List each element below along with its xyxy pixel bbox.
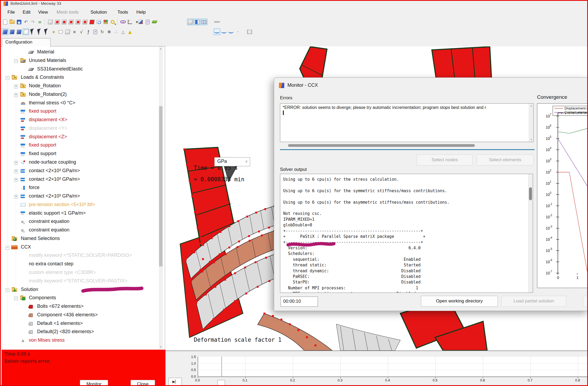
expand-icon[interactable]: + — [14, 170, 18, 173]
expand-icon[interactable]: + — [14, 178, 18, 182]
menu-tools[interactable]: Tools — [116, 9, 130, 16]
warn-tri-icon[interactable]: ▲ — [127, 29, 133, 35]
scroll-up-icon[interactable]: ▲ — [159, 46, 163, 51]
view-back-icon[interactable] — [61, 19, 67, 25]
stop-button-clipped[interactable] — [583, 296, 588, 307]
errors-hscrollbar-thumb[interactable] — [288, 144, 475, 147]
delete-icon[interactable]: × — [71, 29, 78, 35]
scroll-up-icon[interactable]: ▲ — [529, 104, 534, 108]
menu-file[interactable]: File — [6, 9, 16, 16]
expand-icon[interactable]: + — [14, 161, 18, 165]
close-button[interactable]: Close — [131, 380, 155, 386]
tree-item-node-rotation-2[interactable]: +Node_Rotation(2) — [2, 91, 159, 99]
undo-icon[interactable]: ↶ — [23, 19, 29, 25]
tree-item-bolts-672-elements[interactable]: Bolts <672 elements> — [2, 303, 159, 311]
formula-icon[interactable]: ƒ — [85, 29, 92, 35]
open-file-icon[interactable] — [9, 19, 15, 25]
menu-mesh-tools[interactable]: Mesh tools — [55, 9, 80, 16]
tree-item-von-mises-stress[interactable]: ▲von Mises stress — [2, 337, 159, 345]
collapse-icon[interactable]: − — [14, 59, 18, 63]
solver-scrollbar[interactable] — [528, 174, 533, 293]
solver-output-textbox[interactable]: Using up to 6 cpu(s) for the stress calc… — [280, 174, 533, 293]
tree-item-pre-tension-section-5-10-lbf[interactable]: →←pre-tension section <5×10³ lbf> — [2, 201, 159, 209]
box-select-icon[interactable] — [57, 29, 64, 35]
view-top-icon[interactable] — [82, 19, 88, 25]
tree-scrollbar-thumb[interactable] — [159, 106, 163, 266]
tree-item-named-selections[interactable]: Named Selections — [2, 235, 159, 243]
tree-item-components[interactable]: −Components — [2, 294, 159, 302]
view-solid-icon[interactable] — [89, 19, 95, 25]
curve-plot2-icon[interactable] — [221, 29, 227, 35]
expand-icon[interactable]: + — [14, 85, 18, 88]
find-icon[interactable] — [109, 19, 116, 25]
fan-icon[interactable]: ✽ — [106, 29, 112, 35]
tree-item-constraint-equation[interactable]: uxconstraint equation — [2, 227, 159, 235]
tree-item-force[interactable]: force — [2, 184, 159, 192]
transfer-icon[interactable] — [144, 19, 151, 25]
menu-solution[interactable]: Solution — [89, 9, 108, 16]
explode-icon[interactable]: ∗ — [50, 29, 57, 35]
dots-icon[interactable]: ∴ — [113, 29, 119, 35]
view-left-icon[interactable] — [68, 19, 74, 25]
tree-scrollbar[interactable]: ▲ ▼ — [159, 46, 163, 349]
tree-item-displacement-z[interactable]: displacement <Z> — [2, 133, 159, 141]
tree-item-displacement-y[interactable]: displacement <Y> — [2, 125, 159, 133]
monitor-button[interactable]: Monitor — [80, 380, 108, 386]
timeline-cursor[interactable] — [222, 357, 222, 377]
view-right-icon[interactable] — [75, 19, 81, 25]
menu-help[interactable]: Help — [135, 9, 147, 16]
redo-icon[interactable]: ↷ — [30, 19, 36, 25]
elapsed-time-field[interactable]: 00:00:10 — [281, 297, 318, 307]
view-isometric-icon[interactable] — [47, 19, 53, 25]
scroll-down-icon[interactable]: ▼ — [159, 345, 163, 349]
curve-paint-icon[interactable] — [228, 29, 234, 35]
tree-item-solution[interactable]: −Solution — [2, 286, 159, 294]
tree-item-elastic-support-1-gpa-m[interactable]: elastic support <1 GPa/m> — [2, 210, 159, 218]
collapse-icon[interactable]: − — [14, 297, 18, 300]
pointer-icon[interactable] — [30, 29, 36, 35]
tree-item-contact-2-10-gpa-m[interactable]: +contact <2×10³ GPa/m> — [2, 176, 159, 184]
tree-item-ccx[interactable]: −CCXCCX — [2, 244, 159, 252]
cube-faces-icon[interactable] — [64, 29, 71, 35]
shaded-view-icon[interactable] — [187, 19, 194, 25]
pointer-add-icon[interactable] — [37, 29, 43, 35]
collapse-icon[interactable]: − — [6, 76, 9, 80]
select-elements-button[interactable]: Select elements — [477, 155, 534, 166]
menu-edit[interactable]: Edit — [21, 9, 32, 16]
measure-tri-icon[interactable]: △ — [120, 29, 126, 35]
tree-item-no-extra-contact-step[interactable]: no extra contact step — [2, 261, 159, 269]
menu-view[interactable]: View — [37, 9, 50, 16]
tree-item-default-1-elements[interactable]: Default <1 elements> — [2, 320, 159, 328]
errors-hscrollbar[interactable] — [280, 144, 534, 147]
tree-item-node-rotation[interactable]: +Node_Rotation — [2, 82, 159, 90]
load-partial-solution-button[interactable]: Load partial solution — [502, 296, 566, 307]
tree-item-default-2-820-elements[interactable]: Default(2) <820 elements> — [2, 328, 159, 336]
unit-dropdown[interactable]: GPa ∨ — [214, 157, 250, 166]
tab-configuration[interactable]: Configuration — [2, 38, 50, 46]
tree-item-constraint-equation[interactable]: uxconstraint equation — [2, 218, 159, 226]
errors-scrollbar[interactable]: ▲ ▼ — [529, 104, 533, 142]
tree-item-modify-keyword-static-solver-pardiso[interactable]: modify keyword <*STATIC,SOLVER=PARDISO> — [2, 252, 159, 260]
sketch-icon[interactable] — [137, 19, 144, 25]
errors-textbox[interactable]: *ERROR: solution seems to diverge; pleas… — [280, 103, 534, 142]
element-mode2-icon[interactable] — [9, 29, 15, 35]
solver-scrollbar-thumb[interactable] — [529, 187, 532, 200]
save-file-icon[interactable] — [16, 19, 22, 25]
split-view-icon[interactable] — [194, 19, 200, 25]
expand-icon[interactable]: + — [14, 195, 18, 199]
rotate-icon[interactable]: ↻ — [99, 29, 105, 35]
expand-icon[interactable]: + — [14, 93, 18, 97]
annotation-glasses-icon[interactable] — [120, 19, 126, 25]
color-plot-icon[interactable] — [102, 19, 109, 25]
open-working-directory-button[interactable]: Open working directory — [421, 296, 498, 307]
tree-item-component-436-elements[interactable]: Component <436 elements> — [2, 312, 159, 320]
tree-item-modify-keyword-static-solver-pastix[interactable]: modify keyword <*STATIC,SOLVER=PASTIX> — [2, 278, 159, 286]
tree-item-contact-2-10-gpa-m[interactable]: +contact <2×10³ GPa/m> — [2, 193, 159, 201]
tree-item-contact-2-10-gpa-m[interactable]: +contact <2×10³ GPa/m> — [2, 167, 159, 175]
collapse-icon[interactable]: − — [6, 288, 9, 292]
play-button[interactable]: ▶▏ — [168, 378, 182, 386]
collapse-icon[interactable]: − — [6, 246, 9, 250]
timeline-scrub-handle[interactable] — [218, 380, 225, 386]
scroll-down-icon[interactable]: ▼ — [529, 137, 534, 142]
sqrt-icon[interactable]: √ — [78, 29, 85, 35]
